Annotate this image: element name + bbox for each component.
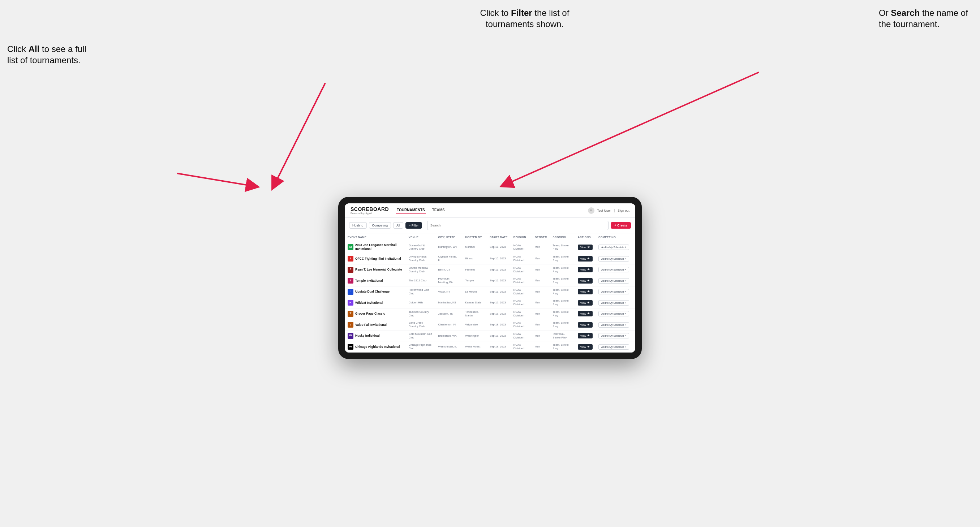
division-cell: NCAA Division I xyxy=(511,275,532,286)
logo-subtitle: Powered by clipp'd xyxy=(350,212,389,214)
eye-icon xyxy=(587,301,590,305)
city-state-cell: Olympia Fields, IL xyxy=(436,253,463,264)
scoring-cell: Team, Stroke Play xyxy=(550,253,575,264)
svg-line-2 xyxy=(177,173,253,186)
all-tab[interactable]: All xyxy=(393,222,403,229)
user-avatar: U xyxy=(588,207,595,214)
scoring-cell: Team, Stroke Play xyxy=(550,319,575,330)
gender-cell: Men xyxy=(532,241,550,253)
competing-cell: Add to My Schedule + xyxy=(595,297,635,308)
nav-tab-teams[interactable]: TEAMS xyxy=(431,206,445,214)
competing-cell: Add to My Schedule + xyxy=(595,319,635,330)
view-button[interactable]: View xyxy=(578,344,593,350)
view-button[interactable]: View xyxy=(578,322,593,328)
hosted-by-cell: Marshall xyxy=(462,241,487,253)
sign-out-link[interactable]: Sign out xyxy=(617,209,630,213)
competing-cell: Add to My Schedule + xyxy=(595,341,635,352)
col-scoring: SCORING xyxy=(550,233,575,241)
add-to-schedule-button[interactable]: Add to My Schedule + xyxy=(598,333,629,338)
table-row: M 2023 Joe Feaganes Marshall Invitationa… xyxy=(345,241,635,253)
nav-tab-tournaments[interactable]: TOURNAMENTS xyxy=(396,206,426,214)
view-button[interactable]: View xyxy=(578,289,593,294)
add-to-schedule-button[interactable]: Add to My Schedule + xyxy=(598,289,629,294)
scoring-cell: Team, Stroke Play xyxy=(550,341,575,352)
division-cell: NCAA Division I xyxy=(511,241,532,253)
team-logo: W xyxy=(348,333,353,339)
view-button[interactable]: View xyxy=(578,300,593,306)
hosted-by-cell: Washington xyxy=(462,330,487,341)
hosted-by-cell: Temple xyxy=(462,275,487,286)
table-row: W Husky Individual Gold Mountain Golf Cl… xyxy=(345,330,635,341)
add-to-schedule-button[interactable]: Add to My Schedule + xyxy=(598,300,629,306)
division-cell: NCAA Division I xyxy=(511,341,532,352)
competing-cell: Add to My Schedule + xyxy=(595,253,635,264)
city-state-cell: Manhattan, KS xyxy=(436,297,463,308)
col-division: DIVISION xyxy=(511,233,532,241)
table-row: T Grover Page Classic Jackson Country Cl… xyxy=(345,308,635,319)
add-to-schedule-button[interactable]: Add to My Schedule + xyxy=(598,267,629,272)
actions-cell: View xyxy=(575,319,595,330)
competing-tab[interactable]: Competing xyxy=(369,222,391,229)
view-button[interactable]: View xyxy=(578,278,593,284)
venue-cell: Chicago Highlands Club xyxy=(406,341,436,352)
gender-cell: Men xyxy=(532,286,550,297)
nav-tabs: TOURNAMENTS TEAMS xyxy=(396,206,587,214)
actions-cell: View xyxy=(575,308,595,319)
venue-cell: Sand Creek Country Club xyxy=(406,319,436,330)
table-row: W Chicago Highlands Invitational Chicago… xyxy=(345,341,635,352)
team-logo: L xyxy=(348,289,353,295)
event-name: 2023 Joe Feaganes Marshall Invitational xyxy=(355,243,403,251)
tablet-device: SCOREBOARD Powered by clipp'd TOURNAMENT… xyxy=(338,197,642,359)
hosted-by-cell: Fairfield xyxy=(462,264,487,275)
team-logo: T xyxy=(348,278,353,284)
team-logo: T xyxy=(348,311,353,317)
gender-cell: Men xyxy=(532,253,550,264)
view-button[interactable]: View xyxy=(578,256,593,262)
create-button[interactable]: + Create xyxy=(611,222,631,229)
table-row: V Valpo Fall Invitational Sand Creek Cou… xyxy=(345,319,635,330)
city-state-cell: Bremerton, WA xyxy=(436,330,463,341)
search-input[interactable] xyxy=(427,221,609,230)
app-header: SCOREBOARD Powered by clipp'd TOURNAMENT… xyxy=(345,203,635,218)
city-state-cell: Jackson, TN xyxy=(436,308,463,319)
division-cell: NCAA Division I xyxy=(511,319,532,330)
add-to-schedule-button[interactable]: Add to My Schedule + xyxy=(598,244,629,250)
scoring-cell: Team, Stroke Play xyxy=(550,286,575,297)
add-to-schedule-button[interactable]: Add to My Schedule + xyxy=(598,256,629,262)
venue-cell: Ravenwood Golf Club xyxy=(406,286,436,297)
annotation-search: Or Search the name of the tournament. xyxy=(879,7,973,30)
hosting-tab[interactable]: Hosting xyxy=(349,222,367,229)
add-to-schedule-button[interactable]: Add to My Schedule + xyxy=(598,311,629,316)
event-name: Valpo Fall Invitational xyxy=(355,323,387,327)
header-right: U Test User | Sign out xyxy=(588,207,630,214)
scoring-cell: Team, Stroke Play xyxy=(550,264,575,275)
view-button[interactable]: View xyxy=(578,267,593,272)
col-start-date: START DATE xyxy=(487,233,510,241)
filter-button[interactable]: ≡ Filter xyxy=(406,222,422,229)
start-date-cell: Sep 18, 2023 xyxy=(487,319,510,330)
add-to-schedule-button[interactable]: Add to My Schedule + xyxy=(598,322,629,328)
annotation-filter: Click to Filter the list of tournaments … xyxy=(467,7,582,30)
view-button[interactable]: View xyxy=(578,311,593,316)
add-to-schedule-button[interactable]: Add to My Schedule + xyxy=(598,344,629,350)
venue-cell: Jackson Country Club xyxy=(406,308,436,319)
svg-line-1 xyxy=(506,72,759,184)
start-date-cell: Sep 18, 2023 xyxy=(487,330,510,341)
venue-cell: Shuttle Meadow Country Club xyxy=(406,264,436,275)
scoring-cell: Team, Stroke Play xyxy=(550,297,575,308)
team-logo: F xyxy=(348,267,353,273)
eye-icon xyxy=(587,268,590,271)
tournaments-table: EVENT NAME VENUE CITY, STATE HOSTED BY S… xyxy=(345,233,635,352)
venue-cell: Olympia Fields Country Club xyxy=(406,253,436,264)
actions-cell: View xyxy=(575,330,595,341)
add-to-schedule-button[interactable]: Add to My Schedule + xyxy=(598,278,629,284)
col-competing: COMPETING xyxy=(595,233,635,241)
gender-cell: Men xyxy=(532,308,550,319)
event-name: Chicago Highlands Invitational xyxy=(355,345,400,349)
view-button[interactable]: View xyxy=(578,244,593,250)
svg-line-0 xyxy=(275,83,325,184)
eye-icon xyxy=(587,334,590,337)
event-name: Grover Page Classic xyxy=(355,312,385,316)
actions-cell: View xyxy=(575,286,595,297)
view-button[interactable]: View xyxy=(578,333,593,338)
